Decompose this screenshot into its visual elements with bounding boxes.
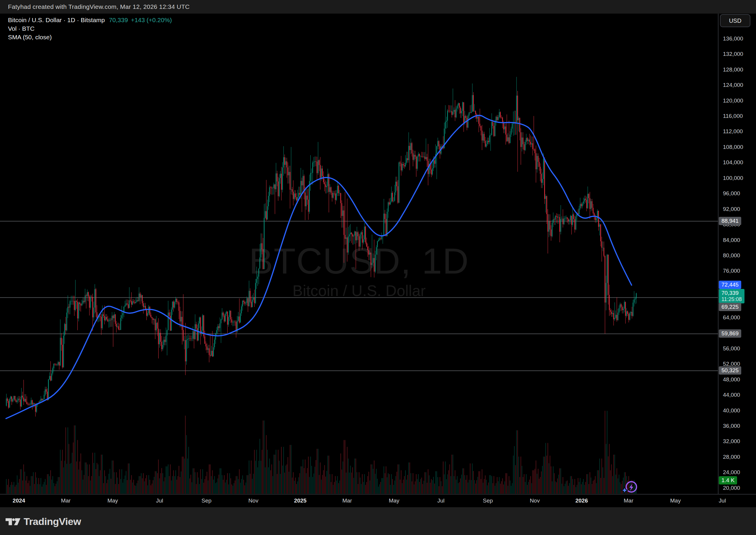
legend-last-price: 70,339 xyxy=(109,16,128,23)
attribution-bar: Fatyhad created with TradingView.com, Ma… xyxy=(0,0,756,14)
time-tick-Jul: Jul xyxy=(437,497,445,504)
last-price-badge: 70,33911:25:08 xyxy=(719,289,744,303)
tradingview-snapshot: Fatyhad created with TradingView.com, Ma… xyxy=(0,0,756,535)
time-tick-Mar: Mar xyxy=(342,497,352,504)
price-tick-132000: 132,000 xyxy=(723,51,743,57)
attribution-text: Fatyhad created with TradingView.com, Ma… xyxy=(8,3,190,10)
price-tick-56000: 56,000 xyxy=(723,345,740,352)
countdown-timer: 11:25:08 xyxy=(721,296,742,302)
time-tick-2025: 2025 xyxy=(294,497,307,504)
price-tick-76000: 76,000 xyxy=(723,268,740,274)
tradingview-logo[interactable]: TradingView xyxy=(5,516,81,527)
time-tick-Sep: Sep xyxy=(202,497,211,504)
time-tick-May: May xyxy=(107,497,118,504)
price-tick-124000: 124,000 xyxy=(723,82,743,88)
price-tick-112000: 112,000 xyxy=(723,128,743,135)
volume-bars xyxy=(6,411,636,494)
time-tick-Nov: Nov xyxy=(248,497,258,504)
price-tick-44000: 44,000 xyxy=(723,392,740,398)
price-tick-84000: 84,000 xyxy=(723,237,740,243)
time-tick-May: May xyxy=(389,497,399,504)
time-tick-Mar: Mar xyxy=(624,497,634,504)
price-tick-28000: 28,000 xyxy=(723,454,740,460)
footer-bar: TradingView xyxy=(0,507,756,535)
time-tick-Jul: Jul xyxy=(156,497,163,504)
price-tick-40000: 40,000 xyxy=(723,408,740,414)
price-axis[interactable]: 136,000132,000128,000124,000120,000116,0… xyxy=(718,14,756,494)
time-tick-Nov: Nov xyxy=(530,497,540,504)
price-tick-96000: 96,000 xyxy=(723,190,740,197)
legend-symbol-title: Bitcoin / U.S. Dollar · 1D · Bitstamp xyxy=(8,16,105,23)
time-tick-2026: 2026 xyxy=(575,497,588,504)
price-tick-108000: 108,000 xyxy=(723,144,743,150)
price-tick-80000: 80,000 xyxy=(723,252,740,259)
legend-volume-row[interactable]: Vol · BTC xyxy=(8,24,172,33)
time-axis[interactable]: 2024MarMayJulSepNov2025MarMayJulSepNov20… xyxy=(0,494,756,507)
price-tick-120000: 120,000 xyxy=(723,98,743,104)
price-tick-36000: 36,000 xyxy=(723,423,740,429)
price-tick-128000: 128,000 xyxy=(723,67,743,73)
sma-value-badge: 72,445 xyxy=(719,281,741,289)
price-tick-20000: 20,000 xyxy=(723,485,740,491)
time-tick-Mar: Mar xyxy=(61,497,70,504)
level-badge-50325: 50,325 xyxy=(719,366,741,375)
price-tick-24000: 24,000 xyxy=(723,469,740,476)
time-tick-2024: 2024 xyxy=(13,497,25,504)
price-tick-104000: 104,000 xyxy=(723,159,743,166)
tradingview-logo-text: TradingView xyxy=(24,516,81,527)
time-tick-May: May xyxy=(670,497,681,504)
volume-badge: 1.4 K xyxy=(719,476,737,485)
level-badge-69225: 69,225 xyxy=(719,303,741,311)
chart-legend: Bitcoin / U.S. Dollar · 1D · Bitstamp70,… xyxy=(8,16,172,42)
price-tick-116000: 116,000 xyxy=(723,113,743,119)
level-badge-59869: 59,869 xyxy=(719,329,741,338)
legend-change: +143 (+0.20%) xyxy=(131,16,172,23)
time-tick-Jul: Jul xyxy=(719,497,726,504)
price-tick-136000: 136,000 xyxy=(723,36,743,42)
price-tick-32000: 32,000 xyxy=(723,438,740,445)
price-tick-92000: 92,000 xyxy=(723,206,740,212)
level-badge-88941: 88,941 xyxy=(719,217,741,225)
legend-sma-label: SMA (50, close) xyxy=(8,34,52,41)
currency-toggle-button[interactable]: USD xyxy=(720,14,750,27)
legend-symbol-row[interactable]: Bitcoin / U.S. Dollar · 1D · Bitstamp70,… xyxy=(8,16,172,24)
tradingview-logo-icon xyxy=(5,517,21,527)
price-chart-svg[interactable] xyxy=(0,14,756,535)
sma-line xyxy=(6,116,632,419)
price-tick-48000: 48,000 xyxy=(723,376,740,383)
price-tick-100000: 100,000 xyxy=(723,175,743,182)
time-tick-Sep: Sep xyxy=(483,497,493,504)
legend-volume-label: Vol · BTC xyxy=(8,25,35,32)
chart-pane[interactable]: BTCUSD, 1D Bitcoin / U.S. Dollar xyxy=(0,14,756,535)
price-tick-64000: 64,000 xyxy=(723,314,740,321)
candlesticks xyxy=(6,77,636,416)
boost-lightning-icon[interactable] xyxy=(620,478,641,496)
sma-50-line[interactable] xyxy=(6,116,632,419)
legend-sma-row[interactable]: SMA (50, close) xyxy=(8,33,172,42)
